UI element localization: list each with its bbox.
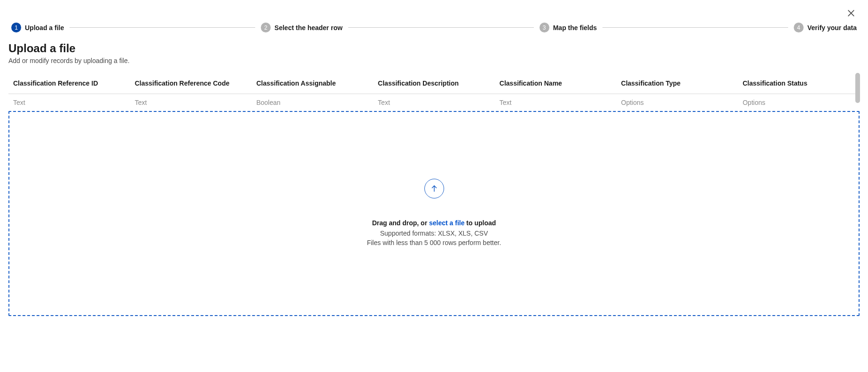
step-number: 2 <box>261 23 271 32</box>
step-connector <box>602 27 788 28</box>
column-header: Classification Type <box>617 73 738 94</box>
step-label: Verify your data <box>807 24 857 32</box>
column-header: Classification Status <box>738 73 860 94</box>
dropzone-instruction: Drag and drop, or select a file to uploa… <box>372 219 496 227</box>
step-number: 1 <box>11 23 21 32</box>
table-header-row: Classification Reference ID Classificati… <box>8 73 860 94</box>
upload-icon <box>424 179 444 198</box>
close-button[interactable] <box>845 8 857 19</box>
step-label: Select the header row <box>274 24 343 32</box>
step-verify-data[interactable]: 4 Verify your data <box>794 23 857 32</box>
close-icon <box>846 8 856 18</box>
column-header: Classification Reference ID <box>8 73 130 94</box>
file-dropzone[interactable]: Drag and drop, or select a file to uploa… <box>8 111 860 316</box>
column-type: Text <box>495 94 617 110</box>
dropzone-text-prefix: Drag and drop, or <box>372 219 429 227</box>
columns-table-wrapper: Classification Reference ID Classificati… <box>8 73 860 109</box>
select-file-link[interactable]: select a file <box>429 219 465 227</box>
dropzone-text-suffix: to upload <box>464 219 496 227</box>
step-number: 4 <box>794 23 804 32</box>
step-map-fields[interactable]: 3 Map the fields <box>540 23 597 32</box>
column-header: Classification Name <box>495 73 617 94</box>
column-type: Text <box>373 94 495 110</box>
step-connector <box>348 27 534 28</box>
step-number: 3 <box>540 23 549 32</box>
dropzone-formats: Supported formats: XLSX, XLS, CSV <box>380 230 488 237</box>
step-select-header[interactable]: 2 Select the header row <box>261 23 343 32</box>
step-label: Upload a file <box>25 24 64 32</box>
stepper: 1 Upload a file 2 Select the header row … <box>11 23 857 32</box>
page-subtitle: Add or modify records by uploading a fil… <box>8 57 860 64</box>
column-header: Classification Reference Code <box>130 73 252 94</box>
table-scrollbar-thumb[interactable] <box>855 73 860 103</box>
column-type: Text <box>8 94 130 110</box>
step-connector <box>70 27 255 28</box>
dropzone-hint: Files with less than 5 000 rows perform … <box>367 239 501 246</box>
column-type: Boolean <box>251 94 373 110</box>
step-upload-file[interactable]: 1 Upload a file <box>11 23 64 32</box>
columns-table: Classification Reference ID Classificati… <box>8 73 860 109</box>
column-type: Options <box>617 94 738 110</box>
column-header: Classification Description <box>373 73 495 94</box>
column-type: Text <box>130 94 252 110</box>
column-type: Options <box>738 94 860 110</box>
column-header: Classification Assignable <box>251 73 373 94</box>
page-title: Upload a file <box>8 42 860 55</box>
table-type-row: Text Text Boolean Text Text Options Opti… <box>8 94 860 110</box>
step-label: Map the fields <box>553 24 597 32</box>
